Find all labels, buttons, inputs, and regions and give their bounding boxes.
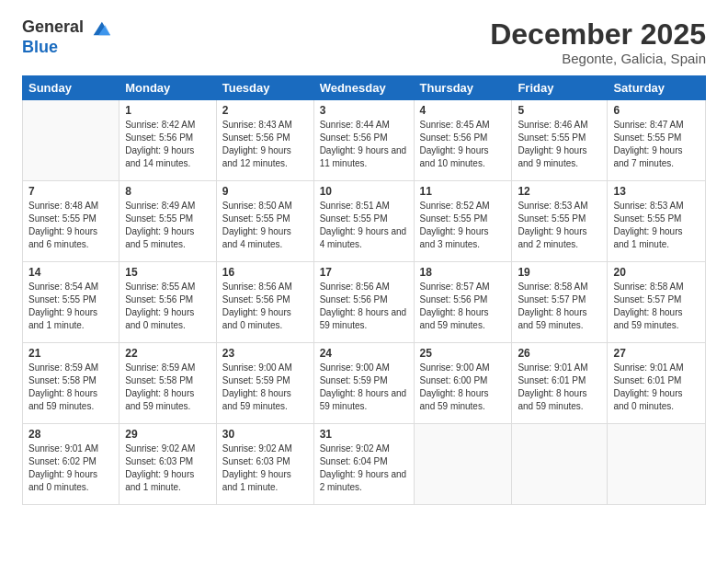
col-sunday: Sunday bbox=[23, 76, 119, 100]
header: General Blue December 2025 Begonte, Gali… bbox=[22, 18, 706, 66]
day-number: 10 bbox=[320, 185, 408, 198]
day-info: Sunrise: 8:44 AMSunset: 5:56 PMDaylight:… bbox=[320, 119, 408, 170]
day-number: 11 bbox=[420, 185, 506, 198]
day-number: 22 bbox=[125, 347, 210, 360]
day-info: Sunrise: 8:46 AMSunset: 5:55 PMDaylight:… bbox=[518, 119, 601, 170]
day-info: Sunrise: 8:48 AMSunset: 5:55 PMDaylight:… bbox=[28, 200, 113, 251]
day-info: Sunrise: 9:02 AMSunset: 6:03 PMDaylight:… bbox=[222, 442, 308, 494]
table-cell: 18Sunrise: 8:57 AMSunset: 5:56 PMDayligh… bbox=[414, 262, 512, 343]
table-row: 28Sunrise: 9:01 AMSunset: 6:02 PMDayligh… bbox=[23, 424, 706, 505]
table-cell: 10Sunrise: 8:51 AMSunset: 5:55 PMDayligh… bbox=[313, 181, 414, 262]
day-info: Sunrise: 8:55 AMSunset: 5:56 PMDaylight:… bbox=[125, 281, 210, 332]
table-cell: 26Sunrise: 9:01 AMSunset: 6:01 PMDayligh… bbox=[512, 343, 608, 424]
day-info: Sunrise: 8:58 AMSunset: 5:57 PMDaylight:… bbox=[613, 281, 700, 332]
day-info: Sunrise: 8:57 AMSunset: 5:56 PMDaylight:… bbox=[420, 281, 506, 332]
col-friday: Friday bbox=[512, 76, 608, 100]
day-number: 23 bbox=[222, 347, 308, 360]
table-cell: 8Sunrise: 8:49 AMSunset: 5:55 PMDaylight… bbox=[119, 181, 217, 262]
logo: General Blue bbox=[22, 18, 110, 55]
day-info: Sunrise: 9:02 AMSunset: 6:03 PMDaylight:… bbox=[125, 442, 210, 494]
table-cell bbox=[608, 424, 706, 505]
day-number: 31 bbox=[320, 428, 408, 441]
day-number: 13 bbox=[613, 185, 700, 198]
table-cell: 13Sunrise: 8:53 AMSunset: 5:55 PMDayligh… bbox=[608, 181, 706, 262]
table-cell: 14Sunrise: 8:54 AMSunset: 5:55 PMDayligh… bbox=[23, 262, 119, 343]
table-cell: 21Sunrise: 8:59 AMSunset: 5:58 PMDayligh… bbox=[23, 343, 119, 424]
day-number: 30 bbox=[222, 428, 308, 441]
logo-general: General bbox=[22, 17, 84, 36]
table-cell: 28Sunrise: 9:01 AMSunset: 6:02 PMDayligh… bbox=[23, 424, 119, 505]
col-thursday: Thursday bbox=[414, 76, 512, 100]
day-number: 29 bbox=[125, 428, 210, 441]
day-info: Sunrise: 9:00 AMSunset: 5:59 PMDaylight:… bbox=[320, 362, 408, 413]
header-row: Sunday Monday Tuesday Wednesday Thursday… bbox=[23, 76, 706, 100]
table-cell: 12Sunrise: 8:53 AMSunset: 5:55 PMDayligh… bbox=[512, 181, 608, 262]
table-cell: 2Sunrise: 8:43 AMSunset: 5:56 PMDaylight… bbox=[216, 100, 313, 181]
day-number: 14 bbox=[28, 266, 113, 279]
day-info: Sunrise: 8:56 AMSunset: 5:56 PMDaylight:… bbox=[222, 281, 308, 332]
day-number: 8 bbox=[125, 185, 210, 198]
day-info: Sunrise: 9:01 AMSunset: 6:01 PMDaylight:… bbox=[613, 362, 700, 413]
table-cell bbox=[414, 424, 512, 505]
table-cell: 25Sunrise: 9:00 AMSunset: 6:00 PMDayligh… bbox=[414, 343, 512, 424]
day-number: 12 bbox=[518, 185, 601, 198]
day-info: Sunrise: 9:01 AMSunset: 6:02 PMDaylight:… bbox=[28, 442, 113, 494]
day-info: Sunrise: 8:59 AMSunset: 5:58 PMDaylight:… bbox=[125, 362, 210, 413]
day-number: 4 bbox=[420, 104, 506, 117]
day-info: Sunrise: 8:42 AMSunset: 5:56 PMDaylight:… bbox=[125, 119, 210, 170]
table-cell: 9Sunrise: 8:50 AMSunset: 5:55 PMDaylight… bbox=[216, 181, 313, 262]
table-cell: 23Sunrise: 9:00 AMSunset: 5:59 PMDayligh… bbox=[216, 343, 313, 424]
day-number: 1 bbox=[125, 104, 210, 117]
day-number: 28 bbox=[28, 428, 113, 441]
table-cell: 24Sunrise: 9:00 AMSunset: 5:59 PMDayligh… bbox=[313, 343, 414, 424]
day-info: Sunrise: 8:58 AMSunset: 5:57 PMDaylight:… bbox=[518, 281, 601, 332]
table-row: 14Sunrise: 8:54 AMSunset: 5:55 PMDayligh… bbox=[23, 262, 706, 343]
table-cell: 3Sunrise: 8:44 AMSunset: 5:56 PMDaylight… bbox=[313, 100, 414, 181]
table-cell: 16Sunrise: 8:56 AMSunset: 5:56 PMDayligh… bbox=[216, 262, 313, 343]
calendar-table: Sunday Monday Tuesday Wednesday Thursday… bbox=[22, 75, 706, 505]
day-info: Sunrise: 8:49 AMSunset: 5:55 PMDaylight:… bbox=[125, 200, 210, 251]
day-number: 21 bbox=[28, 347, 113, 360]
table-cell: 17Sunrise: 8:56 AMSunset: 5:56 PMDayligh… bbox=[313, 262, 414, 343]
table-row: 1Sunrise: 8:42 AMSunset: 5:56 PMDaylight… bbox=[23, 100, 706, 181]
table-cell: 11Sunrise: 8:52 AMSunset: 5:55 PMDayligh… bbox=[414, 181, 512, 262]
day-info: Sunrise: 9:02 AMSunset: 6:04 PMDaylight:… bbox=[320, 442, 408, 494]
day-info: Sunrise: 8:51 AMSunset: 5:55 PMDaylight:… bbox=[320, 200, 408, 251]
day-info: Sunrise: 8:53 AMSunset: 5:55 PMDaylight:… bbox=[613, 200, 700, 251]
table-cell: 19Sunrise: 8:58 AMSunset: 5:57 PMDayligh… bbox=[512, 262, 608, 343]
table-row: 21Sunrise: 8:59 AMSunset: 5:58 PMDayligh… bbox=[23, 343, 706, 424]
day-info: Sunrise: 8:56 AMSunset: 5:56 PMDaylight:… bbox=[320, 281, 408, 332]
col-wednesday: Wednesday bbox=[313, 76, 414, 100]
day-number: 18 bbox=[420, 266, 506, 279]
logo-blue: Blue bbox=[22, 39, 58, 55]
day-info: Sunrise: 8:53 AMSunset: 5:55 PMDaylight:… bbox=[518, 200, 601, 251]
day-number: 24 bbox=[320, 347, 408, 360]
day-info: Sunrise: 9:01 AMSunset: 6:01 PMDaylight:… bbox=[518, 362, 601, 413]
day-number: 7 bbox=[28, 185, 113, 198]
day-info: Sunrise: 8:45 AMSunset: 5:56 PMDaylight:… bbox=[420, 119, 506, 170]
day-number: 17 bbox=[320, 266, 408, 279]
col-saturday: Saturday bbox=[608, 76, 706, 100]
table-cell bbox=[512, 424, 608, 505]
table-row: 7Sunrise: 8:48 AMSunset: 5:55 PMDaylight… bbox=[23, 181, 706, 262]
day-info: Sunrise: 8:43 AMSunset: 5:56 PMDaylight:… bbox=[222, 119, 308, 170]
day-number: 5 bbox=[518, 104, 601, 117]
day-number: 3 bbox=[320, 104, 408, 117]
table-cell: 29Sunrise: 9:02 AMSunset: 6:03 PMDayligh… bbox=[119, 424, 217, 505]
col-tuesday: Tuesday bbox=[216, 76, 313, 100]
day-number: 9 bbox=[222, 185, 308, 198]
location: Begonte, Galicia, Spain bbox=[490, 51, 706, 66]
page: General Blue December 2025 Begonte, Gali… bbox=[0, 0, 728, 563]
table-cell: 27Sunrise: 9:01 AMSunset: 6:01 PMDayligh… bbox=[608, 343, 706, 424]
day-info: Sunrise: 9:00 AMSunset: 5:59 PMDaylight:… bbox=[222, 362, 308, 413]
table-cell: 4Sunrise: 8:45 AMSunset: 5:56 PMDaylight… bbox=[414, 100, 512, 181]
table-cell: 15Sunrise: 8:55 AMSunset: 5:56 PMDayligh… bbox=[119, 262, 217, 343]
day-info: Sunrise: 8:52 AMSunset: 5:55 PMDaylight:… bbox=[420, 200, 506, 251]
day-info: Sunrise: 9:00 AMSunset: 6:00 PMDaylight:… bbox=[420, 362, 506, 413]
day-number: 15 bbox=[125, 266, 210, 279]
table-cell: 20Sunrise: 8:58 AMSunset: 5:57 PMDayligh… bbox=[608, 262, 706, 343]
day-info: Sunrise: 8:54 AMSunset: 5:55 PMDaylight:… bbox=[28, 281, 113, 332]
day-number: 25 bbox=[420, 347, 506, 360]
table-cell: 31Sunrise: 9:02 AMSunset: 6:04 PMDayligh… bbox=[313, 424, 414, 505]
logo-icon bbox=[90, 18, 110, 39]
